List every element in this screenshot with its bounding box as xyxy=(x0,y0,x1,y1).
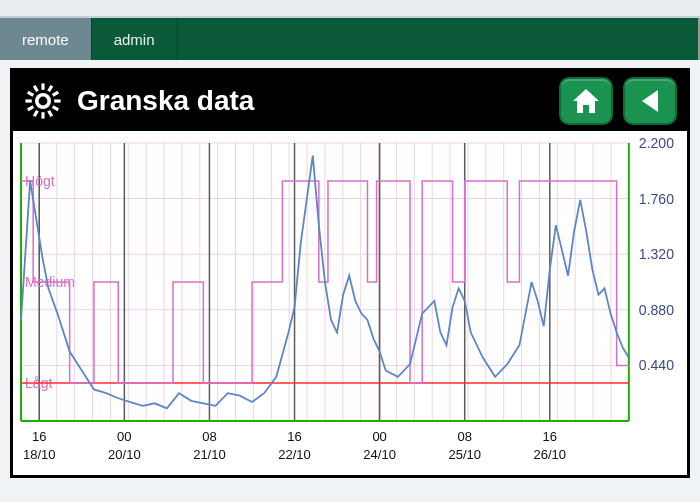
svg-rect-10 xyxy=(25,99,31,102)
tab-row: remote admin xyxy=(0,18,700,60)
svg-rect-9 xyxy=(27,105,34,111)
svg-text:24/10: 24/10 xyxy=(363,447,396,462)
gear-icon[interactable] xyxy=(23,81,63,121)
page-title: Granska data xyxy=(77,85,549,117)
svg-text:08: 08 xyxy=(202,429,216,444)
svg-text:1.320: 1.320 xyxy=(639,246,674,262)
device-header: Granska data xyxy=(13,71,687,131)
svg-text:22/10: 22/10 xyxy=(278,447,311,462)
svg-text:26/10: 26/10 xyxy=(534,447,567,462)
svg-rect-5 xyxy=(52,105,59,111)
svg-text:00: 00 xyxy=(117,429,131,444)
svg-text:08: 08 xyxy=(457,429,471,444)
svg-rect-1 xyxy=(41,83,44,89)
svg-text:16: 16 xyxy=(287,429,301,444)
svg-text:2.200: 2.200 xyxy=(639,135,674,151)
tab-admin[interactable]: admin xyxy=(92,18,178,60)
device-frame: Granska data HögtMediumLågt0.4400.8801.3… xyxy=(10,68,690,478)
svg-text:16: 16 xyxy=(543,429,557,444)
svg-text:21/10: 21/10 xyxy=(193,447,226,462)
svg-rect-7 xyxy=(41,112,44,118)
svg-text:20/10: 20/10 xyxy=(108,447,141,462)
home-button[interactable] xyxy=(559,77,613,125)
svg-point-13 xyxy=(39,97,48,106)
svg-text:25/10: 25/10 xyxy=(448,447,481,462)
svg-rect-11 xyxy=(27,91,34,97)
tab-remote[interactable]: remote xyxy=(0,18,92,60)
svg-text:16: 16 xyxy=(32,429,46,444)
svg-text:1.760: 1.760 xyxy=(639,191,674,207)
svg-text:00: 00 xyxy=(372,429,386,444)
svg-rect-12 xyxy=(33,85,39,92)
svg-text:0.880: 0.880 xyxy=(639,302,674,318)
back-arrow-icon xyxy=(636,86,664,116)
svg-rect-6 xyxy=(47,110,53,117)
svg-rect-3 xyxy=(52,91,59,97)
svg-text:18/10: 18/10 xyxy=(23,447,56,462)
back-button[interactable] xyxy=(623,77,677,125)
svg-text:0.440: 0.440 xyxy=(639,357,674,373)
svg-rect-4 xyxy=(54,99,60,102)
home-icon xyxy=(570,86,602,116)
svg-rect-14 xyxy=(13,131,687,475)
svg-rect-2 xyxy=(47,85,53,92)
chart-area: HögtMediumLågt0.4400.8801.3201.7602.2001… xyxy=(13,131,687,475)
svg-rect-8 xyxy=(33,110,39,117)
